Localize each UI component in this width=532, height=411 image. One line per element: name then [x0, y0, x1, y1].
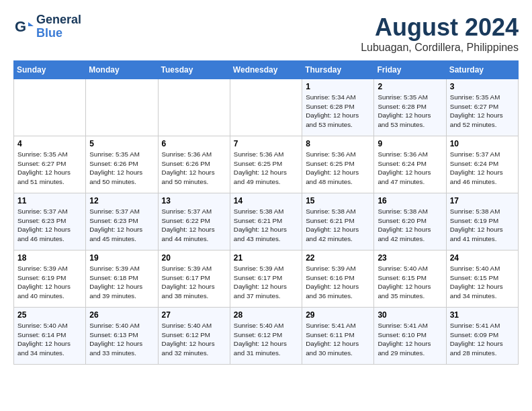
day-number: 20 — [162, 253, 226, 263]
day-number: 2 — [378, 82, 442, 91]
day-number: 7 — [234, 139, 298, 148]
day-info: Sunrise: 5:37 AM Sunset: 6:23 PM Dayligh… — [17, 207, 82, 244]
day-number: 28 — [234, 310, 298, 320]
svg-marker-1 — [28, 22, 34, 26]
calendar-cell: 27Sunrise: 5:40 AM Sunset: 6:12 PM Dayli… — [158, 308, 230, 365]
calendar-cell: 30Sunrise: 5:41 AM Sunset: 6:10 PM Dayli… — [374, 308, 446, 365]
day-number: 23 — [378, 253, 442, 263]
day-info: Sunrise: 5:41 AM Sunset: 6:10 PM Dayligh… — [378, 321, 442, 358]
calendar-cell: 1Sunrise: 5:34 AM Sunset: 6:28 PM Daylig… — [302, 79, 374, 136]
day-number: 22 — [306, 253, 370, 263]
calendar-cell: 9Sunrise: 5:36 AM Sunset: 6:24 PM Daylig… — [374, 136, 446, 193]
calendar-cell: 6Sunrise: 5:36 AM Sunset: 6:26 PM Daylig… — [158, 136, 230, 193]
day-number: 26 — [89, 310, 154, 320]
day-number: 31 — [450, 310, 515, 320]
weekday-header-wednesday: Wednesday — [230, 61, 302, 79]
page-header: G General Blue August 2024 Lubuagan, Cor… — [13, 13, 519, 54]
day-number: 17 — [450, 196, 515, 205]
calendar-week-row: 18Sunrise: 5:39 AM Sunset: 6:19 PM Dayli… — [14, 250, 519, 308]
svg-text:G: G — [15, 18, 26, 35]
day-info: Sunrise: 5:38 AM Sunset: 6:20 PM Dayligh… — [378, 207, 442, 244]
calendar-week-row: 25Sunrise: 5:40 AM Sunset: 6:14 PM Dayli… — [14, 308, 519, 365]
calendar-cell: 13Sunrise: 5:37 AM Sunset: 6:22 PM Dayli… — [158, 193, 230, 250]
calendar-cell: 4Sunrise: 5:35 AM Sunset: 6:27 PM Daylig… — [14, 136, 86, 193]
day-info: Sunrise: 5:38 AM Sunset: 6:21 PM Dayligh… — [234, 207, 298, 244]
day-info: Sunrise: 5:40 AM Sunset: 6:15 PM Dayligh… — [378, 264, 442, 301]
day-info: Sunrise: 5:35 AM Sunset: 6:26 PM Dayligh… — [89, 150, 154, 187]
day-info: Sunrise: 5:35 AM Sunset: 6:28 PM Dayligh… — [378, 93, 442, 130]
day-info: Sunrise: 5:40 AM Sunset: 6:13 PM Dayligh… — [89, 321, 154, 358]
calendar-cell: 25Sunrise: 5:40 AM Sunset: 6:14 PM Dayli… — [14, 308, 86, 365]
calendar-cell: 10Sunrise: 5:37 AM Sunset: 6:24 PM Dayli… — [446, 136, 518, 193]
day-info: Sunrise: 5:36 AM Sunset: 6:25 PM Dayligh… — [306, 150, 370, 187]
weekday-header-monday: Monday — [86, 61, 158, 79]
day-info: Sunrise: 5:39 AM Sunset: 6:16 PM Dayligh… — [306, 264, 370, 301]
day-info: Sunrise: 5:39 AM Sunset: 6:19 PM Dayligh… — [17, 264, 82, 301]
day-number: 12 — [89, 196, 154, 205]
weekday-header-row: SundayMondayTuesdayWednesdayThursdayFrid… — [14, 61, 519, 79]
calendar-cell — [158, 79, 230, 136]
calendar-cell: 5Sunrise: 5:35 AM Sunset: 6:26 PM Daylig… — [86, 136, 158, 193]
location-subtitle: Lubuagan, Cordillera, Philippines — [361, 42, 519, 54]
day-info: Sunrise: 5:38 AM Sunset: 6:21 PM Dayligh… — [306, 207, 370, 244]
day-info: Sunrise: 5:41 AM Sunset: 6:09 PM Dayligh… — [450, 321, 515, 358]
weekday-header-friday: Friday — [374, 61, 446, 79]
day-info: Sunrise: 5:35 AM Sunset: 6:27 PM Dayligh… — [17, 150, 82, 187]
day-number: 27 — [162, 310, 226, 320]
day-info: Sunrise: 5:36 AM Sunset: 6:26 PM Dayligh… — [162, 150, 226, 187]
logo: G General Blue — [13, 13, 81, 40]
day-info: Sunrise: 5:39 AM Sunset: 6:17 PM Dayligh… — [234, 264, 298, 301]
day-info: Sunrise: 5:38 AM Sunset: 6:19 PM Dayligh… — [450, 207, 515, 244]
calendar-cell: 24Sunrise: 5:40 AM Sunset: 6:15 PM Dayli… — [446, 250, 518, 308]
day-number: 11 — [17, 196, 82, 205]
calendar-cell: 31Sunrise: 5:41 AM Sunset: 6:09 PM Dayli… — [446, 308, 518, 365]
calendar-cell: 11Sunrise: 5:37 AM Sunset: 6:23 PM Dayli… — [14, 193, 86, 250]
day-info: Sunrise: 5:39 AM Sunset: 6:17 PM Dayligh… — [162, 264, 226, 301]
calendar-week-row: 4Sunrise: 5:35 AM Sunset: 6:27 PM Daylig… — [14, 136, 519, 193]
calendar-cell: 22Sunrise: 5:39 AM Sunset: 6:16 PM Dayli… — [302, 250, 374, 308]
calendar-cell: 28Sunrise: 5:40 AM Sunset: 6:12 PM Dayli… — [230, 308, 302, 365]
logo-icon: G — [13, 17, 34, 37]
calendar-cell: 16Sunrise: 5:38 AM Sunset: 6:20 PM Dayli… — [374, 193, 446, 250]
day-number: 8 — [306, 139, 370, 148]
calendar-cell: 29Sunrise: 5:41 AM Sunset: 6:11 PM Dayli… — [302, 308, 374, 365]
day-info: Sunrise: 5:36 AM Sunset: 6:25 PM Dayligh… — [234, 150, 298, 187]
calendar-cell: 14Sunrise: 5:38 AM Sunset: 6:21 PM Dayli… — [230, 193, 302, 250]
calendar-week-row: 1Sunrise: 5:34 AM Sunset: 6:28 PM Daylig… — [14, 79, 519, 136]
day-number: 29 — [306, 310, 370, 320]
month-year-title: August 2024 — [361, 13, 519, 42]
day-info: Sunrise: 5:34 AM Sunset: 6:28 PM Dayligh… — [306, 93, 370, 130]
calendar-cell: 2Sunrise: 5:35 AM Sunset: 6:28 PM Daylig… — [374, 79, 446, 136]
calendar-cell: 15Sunrise: 5:38 AM Sunset: 6:21 PM Dayli… — [302, 193, 374, 250]
day-number: 13 — [162, 196, 226, 205]
weekday-header-tuesday: Tuesday — [158, 61, 230, 79]
calendar-cell: 7Sunrise: 5:36 AM Sunset: 6:25 PM Daylig… — [230, 136, 302, 193]
logo-general: General — [36, 13, 81, 27]
day-info: Sunrise: 5:41 AM Sunset: 6:11 PM Dayligh… — [306, 321, 370, 358]
calendar-cell: 3Sunrise: 5:35 AM Sunset: 6:27 PM Daylig… — [446, 79, 518, 136]
calendar-cell: 21Sunrise: 5:39 AM Sunset: 6:17 PM Dayli… — [230, 250, 302, 308]
logo-blue: Blue — [36, 27, 81, 40]
day-info: Sunrise: 5:39 AM Sunset: 6:18 PM Dayligh… — [89, 264, 154, 301]
day-info: Sunrise: 5:40 AM Sunset: 6:12 PM Dayligh… — [234, 321, 298, 358]
day-number: 3 — [450, 82, 515, 91]
calendar-cell: 18Sunrise: 5:39 AM Sunset: 6:19 PM Dayli… — [14, 250, 86, 308]
calendar-cell: 12Sunrise: 5:37 AM Sunset: 6:23 PM Dayli… — [86, 193, 158, 250]
day-info: Sunrise: 5:40 AM Sunset: 6:14 PM Dayligh… — [17, 321, 82, 358]
day-number: 14 — [234, 196, 298, 205]
day-number: 19 — [89, 253, 154, 263]
calendar-cell: 20Sunrise: 5:39 AM Sunset: 6:17 PM Dayli… — [158, 250, 230, 308]
calendar-cell: 8Sunrise: 5:36 AM Sunset: 6:25 PM Daylig… — [302, 136, 374, 193]
day-info: Sunrise: 5:37 AM Sunset: 6:23 PM Dayligh… — [89, 207, 154, 244]
day-number: 25 — [17, 310, 82, 320]
title-block: August 2024 Lubuagan, Cordillera, Philip… — [361, 13, 519, 54]
weekday-header-saturday: Saturday — [446, 61, 518, 79]
day-number: 16 — [378, 196, 442, 205]
day-info: Sunrise: 5:37 AM Sunset: 6:24 PM Dayligh… — [450, 150, 515, 187]
day-number: 6 — [162, 139, 226, 148]
calendar-cell: 23Sunrise: 5:40 AM Sunset: 6:15 PM Dayli… — [374, 250, 446, 308]
day-number: 30 — [378, 310, 442, 320]
day-info: Sunrise: 5:37 AM Sunset: 6:22 PM Dayligh… — [162, 207, 226, 244]
calendar-cell — [230, 79, 302, 136]
calendar-table: SundayMondayTuesdayWednesdayThursdayFrid… — [13, 60, 519, 365]
